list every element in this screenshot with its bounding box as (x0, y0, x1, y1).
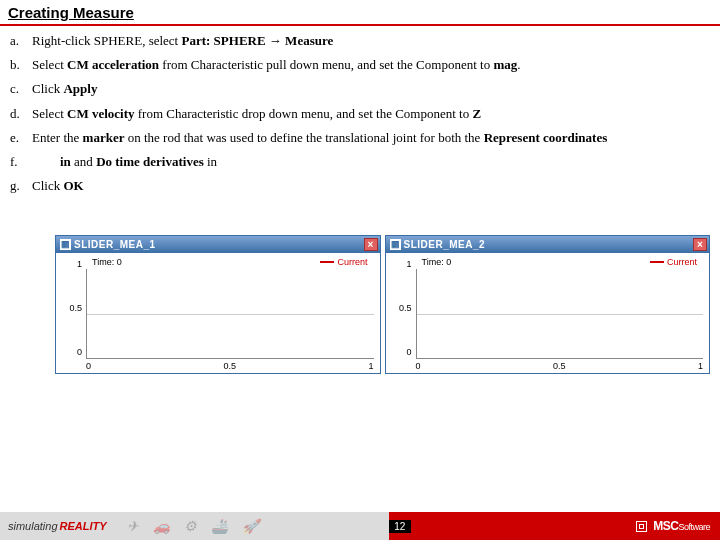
legend-swatch (650, 261, 664, 263)
plane-icon: ✈ (127, 518, 139, 534)
x-axis: 0 0.5 1 (86, 361, 374, 371)
logo-icon (636, 521, 647, 532)
plot-area (86, 269, 374, 359)
brand-sub: Software (678, 522, 710, 532)
chart-body: 1 0.5 0 Time: 0 Current (56, 253, 380, 373)
time-label: Time: 0 (422, 257, 452, 267)
step-letter: e. (10, 129, 32, 147)
step-item: e.Enter the marker on the rod that was u… (10, 129, 710, 147)
y-tick: 0 (77, 347, 82, 357)
tagline-sim: simulating (8, 520, 58, 532)
y-axis: 1 0.5 0 (62, 257, 86, 371)
x-tick: 0.5 (553, 361, 566, 371)
tagline-real: REALITY (60, 520, 107, 532)
chart-icon: ▦ (390, 239, 401, 250)
close-icon[interactable]: × (364, 238, 378, 251)
x-axis: 0 0.5 1 (416, 361, 704, 371)
footer: simulating REALITY ✈ 🚗 ⚙ 🚢 🚀 12 MSCSoftw… (0, 512, 720, 540)
chart-titlebar: ▦ SLIDER_MEA_1 × (56, 236, 380, 253)
x-tick: 0 (86, 361, 91, 371)
step-item: f.in and Do time derivatives in (10, 153, 710, 171)
x-tick: 1 (698, 361, 703, 371)
ship-icon: 🚢 (211, 518, 228, 534)
step-item: a.Right-click SPHERE, select Part: SPHER… (10, 32, 710, 50)
x-tick: 0.5 (223, 361, 236, 371)
y-tick: 1 (77, 259, 82, 269)
footer-right: 12 MSCSoftware (389, 512, 720, 540)
step-text: Right-click SPHERE, select Part: SPHERE … (32, 32, 710, 50)
step-text: Enter the marker on the rod that was use… (32, 129, 710, 147)
step-letter: c. (10, 80, 32, 98)
close-icon[interactable]: × (693, 238, 707, 251)
step-letter: b. (10, 56, 32, 74)
step-text: Select CM velocity from Characteristic d… (32, 105, 710, 123)
gear-icon: ⚙ (184, 518, 197, 534)
footer-icons: ✈ 🚗 ⚙ 🚢 🚀 (127, 518, 259, 534)
chart-window-2: ▦ SLIDER_MEA_2 × 1 0.5 0 Time: 0 Current (385, 235, 711, 374)
chart-body: 1 0.5 0 Time: 0 Current (386, 253, 710, 373)
brand-main: MSC (653, 519, 678, 533)
time-label: Time: 0 (92, 257, 122, 267)
step-text: Click OK (32, 177, 710, 195)
footer-left: simulating REALITY ✈ 🚗 ⚙ 🚢 🚀 (0, 512, 389, 540)
legend-row: Time: 0 Current (416, 257, 704, 269)
chart-titlebar: ▦ SLIDER_MEA_2 × (386, 236, 710, 253)
legend-item: Current (320, 257, 367, 267)
legend-label: Current (337, 257, 367, 267)
step-letter: d. (10, 105, 32, 123)
legend-row: Time: 0 Current (86, 257, 374, 269)
rocket-icon: 🚀 (242, 518, 259, 534)
step-text: in and Do time derivatives in (32, 153, 710, 171)
page-number: 12 (389, 520, 411, 533)
step-text: Select CM acceleration from Characterist… (32, 56, 710, 74)
step-item: d.Select CM velocity from Characteristic… (10, 105, 710, 123)
charts-row: ▦ SLIDER_MEA_1 × 1 0.5 0 Time: 0 Current (55, 235, 710, 374)
legend-label: Current (667, 257, 697, 267)
step-text: Click Apply (32, 80, 710, 98)
page-title: Creating Measure (8, 4, 134, 21)
step-letter: f. (10, 153, 32, 171)
y-tick: 0.5 (69, 303, 82, 313)
chart-title: SLIDER_MEA_1 (74, 239, 361, 250)
step-item: b.Select CM acceleration from Characteri… (10, 56, 710, 74)
chart-title: SLIDER_MEA_2 (404, 239, 691, 250)
step-item: g.Click OK (10, 177, 710, 195)
x-tick: 1 (368, 361, 373, 371)
legend-item: Current (650, 257, 697, 267)
header-bar: Creating Measure (0, 0, 720, 26)
x-tick: 0 (416, 361, 421, 371)
plot-area (416, 269, 704, 359)
steps-list: a.Right-click SPHERE, select Part: SPHER… (0, 26, 720, 195)
chart-window-1: ▦ SLIDER_MEA_1 × 1 0.5 0 Time: 0 Current (55, 235, 381, 374)
legend-swatch (320, 261, 334, 263)
step-item: c.Click Apply (10, 80, 710, 98)
y-tick: 0 (406, 347, 411, 357)
y-axis: 1 0.5 0 (392, 257, 416, 371)
car-icon: 🚗 (153, 518, 170, 534)
step-letter: g. (10, 177, 32, 195)
msc-logo: MSCSoftware (636, 519, 710, 533)
y-tick: 0.5 (399, 303, 412, 313)
chart-icon: ▦ (60, 239, 71, 250)
y-tick: 1 (406, 259, 411, 269)
step-letter: a. (10, 32, 32, 50)
